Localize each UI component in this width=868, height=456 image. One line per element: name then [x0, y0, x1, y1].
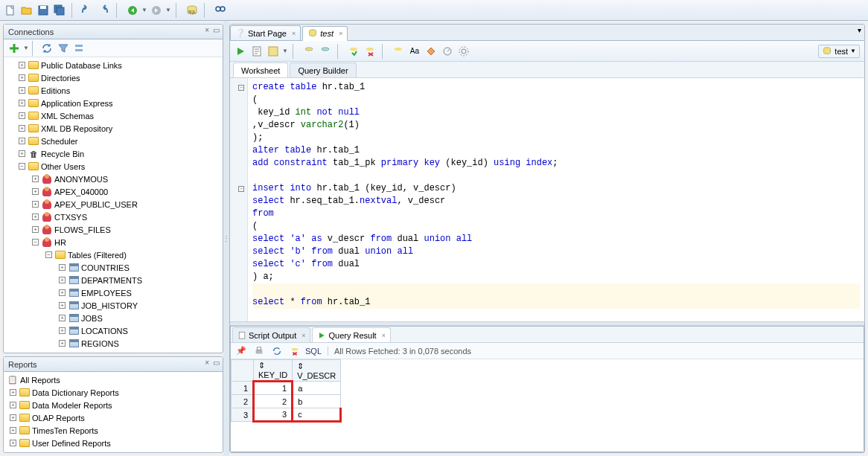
tree-item-anonymous[interactable]: +ANONYMOUS: [4, 173, 223, 185]
undo-icon[interactable]: [80, 3, 95, 18]
clear-icon[interactable]: [424, 44, 438, 59]
tree-item-xmlschemas[interactable]: +XML Schemas: [4, 109, 223, 122]
tab-query-result[interactable]: Query Result ×: [312, 327, 390, 342]
tree-item-locations[interactable]: +LOCATIONS: [4, 324, 223, 337]
tree-item-olap[interactable]: +OLAP Reports: [4, 411, 223, 424]
close-icon[interactable]: ×: [301, 332, 305, 339]
db-rollback-icon[interactable]: [363, 44, 377, 59]
vertical-splitter[interactable]: [223, 21, 229, 456]
redo-icon[interactable]: [97, 3, 112, 18]
tab-test[interactable]: test ×: [302, 26, 348, 41]
save-all-icon[interactable]: [52, 3, 67, 18]
tree-item-countries[interactable]: +COUNTRIES: [4, 261, 223, 274]
sql-history-icon[interactable]: [391, 44, 406, 59]
output-tabs: Script Output × Query Result ×: [231, 327, 864, 343]
db-selector[interactable]: test ▼: [818, 45, 860, 58]
tab-script-output[interactable]: Script Output ×: [232, 327, 310, 342]
code-editor[interactable]: − − create table hr.tab_1 ( key_id int n…: [230, 78, 864, 321]
sql-button[interactable]: SQL: [305, 347, 322, 356]
connections-tree[interactable]: +Public Database Links +Directories +Edi…: [4, 57, 223, 353]
autotrace-icon[interactable]: [301, 44, 316, 59]
print-icon[interactable]: [252, 344, 267, 359]
db-commit-icon[interactable]: [346, 44, 361, 59]
tab-startpage[interactable]: ❔ Start Page ×: [230, 25, 301, 40]
tree-item-hr[interactable]: −HR: [4, 236, 223, 248]
tree-item-flowsfiles[interactable]: +FLOWS_FILES: [4, 223, 223, 236]
tree-item-allreports[interactable]: 📋All Reports: [4, 373, 223, 386]
tree-item-scheduler[interactable]: +Scheduler: [4, 135, 223, 147]
close-icon[interactable]: ×: [205, 359, 209, 367]
tab-menu-icon[interactable]: ▾: [858, 26, 861, 34]
code-content[interactable]: create table hr.tab_1 ( key_id int not n…: [248, 78, 864, 321]
tree-item-timesten[interactable]: +TimesTen Reports: [4, 424, 223, 437]
tree-item-departments[interactable]: +DEPARTMENTS: [4, 274, 223, 286]
close-icon[interactable]: ×: [339, 30, 342, 37]
connections-header: Connections × ▭: [4, 25, 223, 39]
minimize-icon[interactable]: ▭: [213, 26, 220, 34]
tree-item-employees[interactable]: +EMPLOYEES: [4, 286, 223, 299]
col-v-descr[interactable]: ⇕ V_DESCR: [293, 360, 341, 382]
new-connection-icon[interactable]: [7, 41, 22, 56]
filter-icon[interactable]: [56, 41, 71, 56]
settings-icon[interactable]: [456, 44, 471, 59]
save-icon[interactable]: [36, 3, 51, 18]
connections-toolbar: ▼: [4, 39, 223, 57]
tree-item-appexpress[interactable]: +Application Express: [4, 97, 223, 109]
minimize-icon[interactable]: ▭: [213, 359, 220, 367]
subtab-querybuilder[interactable]: Query Builder: [290, 62, 356, 77]
table-row[interactable]: 2 2 b: [232, 395, 341, 408]
col-key-id[interactable]: ⇕ KEY_ID: [254, 360, 293, 382]
tree-item-pubdblinks[interactable]: +Public Database Links: [4, 59, 223, 71]
pin-icon[interactable]: 📌: [234, 344, 249, 359]
open-icon[interactable]: [19, 3, 34, 18]
case-icon[interactable]: Aa: [407, 44, 422, 59]
forward-icon[interactable]: [149, 3, 164, 18]
tree-item-jobhistory[interactable]: +JOB_HISTORY: [4, 299, 223, 312]
back-icon[interactable]: [125, 3, 140, 18]
run-icon[interactable]: [233, 44, 248, 59]
tree-item-regions[interactable]: +REGIONS: [4, 337, 223, 350]
reports-panel: Reports × ▭ 📋All Reports +Data Dictionar…: [3, 356, 223, 453]
close-icon[interactable]: ×: [292, 30, 296, 37]
explain-icon[interactable]: [266, 44, 281, 59]
output-panel: Script Output × Query Result × 📌 SQL: [230, 326, 864, 452]
svg-point-19: [305, 48, 313, 51]
tree-item-recyclebin[interactable]: +🗑Recycle Bin: [4, 147, 223, 160]
worksheet-toolbar: ▼ Aa test ▼: [230, 41, 864, 62]
tree-item-jobs[interactable]: +JOBS: [4, 312, 223, 324]
cancel-icon[interactable]: [287, 344, 302, 359]
tree-item-apexpublic[interactable]: +APEX_PUBLIC_USER: [4, 198, 223, 211]
db-icon: [822, 46, 832, 57]
close-icon[interactable]: ×: [382, 332, 386, 339]
tree-item-tablesfiltered[interactable]: −Tables (Filtered): [4, 248, 223, 261]
collapse-icon[interactable]: [72, 41, 87, 56]
tree-item-ctxsys[interactable]: +CTXSYS: [4, 211, 223, 223]
tree-item-otherusers[interactable]: −Other Users: [4, 160, 223, 173]
tree-item-xmldb[interactable]: +XML DB Repository: [4, 122, 223, 135]
sql-icon[interactable]: SQL: [185, 3, 200, 18]
subtab-worksheet[interactable]: Worksheet: [233, 62, 288, 77]
chevron-down-icon: ▼: [850, 48, 856, 54]
table-row[interactable]: 1 1 a: [232, 382, 341, 395]
tree-item-datamodeler[interactable]: +Data Modeler Reports: [4, 399, 223, 411]
table-row[interactable]: 3 3 c: [232, 408, 341, 422]
refresh-conn-icon[interactable]: [39, 41, 54, 56]
tree-item-userdef[interactable]: +User Defined Reports: [4, 437, 223, 449]
result-grid[interactable]: ⇕ KEY_ID ⇕ V_DESCR 1 1 a 2 2 b: [231, 359, 864, 452]
tree-item-directories[interactable]: +Directories: [4, 71, 223, 84]
find-icon[interactable]: [213, 3, 228, 18]
reports-tree[interactable]: 📋All Reports +Data Dictionary Reports +D…: [4, 372, 223, 452]
svg-rect-18: [269, 47, 278, 56]
close-icon[interactable]: ×: [205, 26, 209, 34]
svg-point-20: [322, 48, 329, 51]
tree-item-editions[interactable]: +Editions: [4, 84, 223, 97]
run-script-icon[interactable]: [249, 44, 264, 59]
tree-item-datadict[interactable]: +Data Dictionary Reports: [4, 386, 223, 399]
svg-text:SQL: SQL: [188, 10, 196, 14]
new-icon[interactable]: [3, 3, 18, 18]
tree-item-apex040000[interactable]: +APEX_040000: [4, 185, 223, 198]
refresh-result-icon[interactable]: [269, 344, 284, 359]
tuning-icon[interactable]: [440, 44, 455, 59]
svg-rect-29: [239, 332, 245, 338]
commit-icon[interactable]: [318, 44, 333, 59]
